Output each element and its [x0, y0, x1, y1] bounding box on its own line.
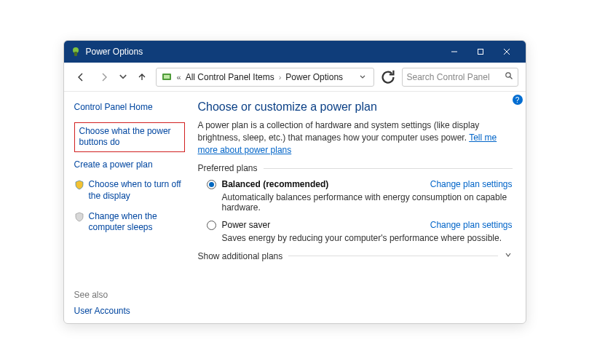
- app-icon: [70, 46, 82, 58]
- sidebar-turn-off-display-link[interactable]: Choose when to turn off the display: [74, 179, 185, 202]
- svg-line-9: [510, 77, 512, 79]
- description-text: A power plan is a collection of hardware…: [198, 120, 480, 143]
- page-heading: Choose or customize a power plan: [198, 100, 513, 114]
- chevron-down-icon: [504, 250, 513, 261]
- refresh-button[interactable]: [379, 68, 398, 87]
- search-input[interactable]: Search Control Panel: [402, 68, 518, 87]
- plan-balanced-change-link[interactable]: Change plan settings: [430, 179, 513, 189]
- search-placeholder: Search Control Panel: [407, 72, 505, 82]
- main-content: ? Choose or customize a power plan A pow…: [192, 92, 526, 323]
- window-title: Power Options: [86, 47, 143, 57]
- user-accounts-link[interactable]: User Accounts: [74, 306, 130, 316]
- svg-point-8: [505, 73, 510, 77]
- plan-balanced-name: Balanced (recommended): [222, 179, 329, 189]
- chevron-left-double-icon: «: [177, 73, 181, 82]
- svg-rect-7: [164, 75, 170, 79]
- plan-balanced: Balanced (recommended) Change plan setti…: [207, 179, 513, 213]
- sidebar-create-plan-link[interactable]: Create a power plan: [74, 159, 185, 171]
- svg-rect-1: [74, 52, 77, 56]
- plan-balanced-desc: Automatically balances performance with …: [222, 192, 513, 213]
- see-also-section: See also User Accounts: [74, 290, 130, 316]
- toolbar: « All Control Panel Items › Power Option…: [64, 63, 526, 92]
- sidebar: Control Panel Home Choose what the power…: [64, 92, 192, 323]
- preferred-plans-label: Preferred plans: [198, 163, 513, 173]
- show-additional-plans[interactable]: Show additional plans: [198, 250, 513, 261]
- search-icon: [505, 71, 513, 82]
- body: Control Panel Home Choose what the power…: [64, 92, 526, 323]
- see-also-header: See also: [74, 290, 130, 300]
- back-button[interactable]: [71, 68, 90, 87]
- breadcrumb-item[interactable]: Power Options: [285, 72, 343, 82]
- address-bar[interactable]: « All Control Panel Items › Power Option…: [156, 68, 374, 87]
- close-button[interactable]: [494, 41, 520, 63]
- help-icon[interactable]: ?: [513, 95, 523, 105]
- sidebar-home-link[interactable]: Control Panel Home: [74, 102, 185, 114]
- plan-balanced-radio[interactable]: [207, 180, 216, 189]
- plan-power-saver-radio[interactable]: [207, 221, 216, 230]
- titlebar: Power Options: [64, 41, 526, 63]
- plan-power-saver-change-link[interactable]: Change plan settings: [430, 220, 513, 230]
- recent-dropdown[interactable]: [118, 68, 128, 87]
- plan-power-saver-desc: Saves energy by reducing your computer's…: [222, 233, 513, 243]
- shield-icon: [74, 212, 84, 222]
- plan-power-saver: Power saver Change plan settings Saves e…: [207, 220, 513, 243]
- maximize-button[interactable]: [467, 41, 494, 63]
- up-button[interactable]: [133, 68, 151, 87]
- chevron-right-icon: ›: [279, 73, 282, 82]
- sidebar-power-buttons-link[interactable]: Choose what the power buttons do: [74, 122, 185, 152]
- sidebar-change-sleep-link[interactable]: Change when the computer sleeps: [74, 211, 185, 234]
- page-description: A power plan is a collection of hardware…: [198, 119, 513, 156]
- control-panel-icon: [161, 71, 173, 83]
- forward-button[interactable]: [95, 68, 114, 87]
- window: Power Options « All Control Panel Items …: [63, 40, 526, 324]
- minimize-button[interactable]: [441, 41, 467, 63]
- svg-rect-3: [478, 50, 483, 55]
- plan-power-saver-name: Power saver: [222, 220, 271, 230]
- breadcrumb-item[interactable]: All Control Panel Items: [186, 72, 274, 82]
- shield-icon: [74, 180, 84, 190]
